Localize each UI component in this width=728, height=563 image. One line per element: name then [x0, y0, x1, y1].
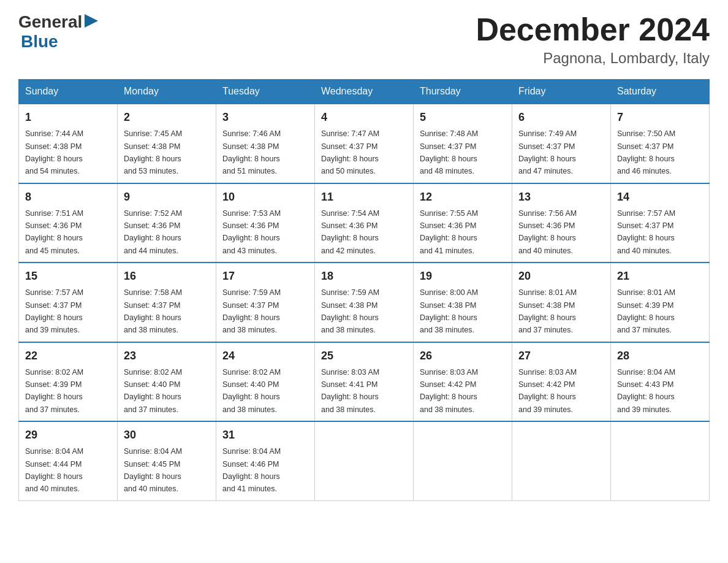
table-row: 12 Sunrise: 7:55 AM Sunset: 4:36 PM Dayl…: [414, 183, 512, 263]
day-number: 29: [25, 427, 111, 443]
table-row: 31 Sunrise: 8:04 AM Sunset: 4:46 PM Dayl…: [216, 421, 315, 500]
table-row: 8 Sunrise: 7:51 AM Sunset: 4:36 PM Dayli…: [19, 183, 118, 263]
day-info: Sunrise: 7:53 AM Sunset: 4:36 PM Dayligh…: [222, 209, 281, 255]
day-number: 16: [124, 268, 210, 285]
table-row: 19 Sunrise: 8:00 AM Sunset: 4:38 PM Dayl…: [414, 262, 512, 342]
day-number: 4: [321, 109, 407, 126]
col-wednesday: Wednesday: [315, 80, 414, 104]
day-number: 13: [518, 189, 604, 205]
table-row: 15 Sunrise: 7:57 AM Sunset: 4:37 PM Dayl…: [19, 262, 118, 342]
col-thursday: Thursday: [414, 80, 512, 104]
day-info: Sunrise: 7:55 AM Sunset: 4:36 PM Dayligh…: [420, 209, 478, 255]
day-info: Sunrise: 8:03 AM Sunset: 4:42 PM Dayligh…: [518, 368, 577, 414]
day-number: 31: [222, 427, 308, 443]
day-number: 2: [124, 109, 210, 126]
table-row: 13 Sunrise: 7:56 AM Sunset: 4:36 PM Dayl…: [512, 183, 611, 263]
day-number: 24: [222, 348, 308, 364]
day-number: 15: [25, 268, 111, 285]
calendar-table: Sunday Monday Tuesday Wednesday Thursday…: [18, 79, 710, 501]
col-monday: Monday: [118, 80, 216, 104]
table-row: 7 Sunrise: 7:50 AM Sunset: 4:37 PM Dayli…: [611, 104, 710, 183]
table-row: 11 Sunrise: 7:54 AM Sunset: 4:36 PM Dayl…: [315, 183, 414, 263]
day-info: Sunrise: 7:58 AM Sunset: 4:37 PM Dayligh…: [124, 288, 182, 334]
table-row: 23 Sunrise: 8:02 AM Sunset: 4:40 PM Dayl…: [118, 342, 216, 422]
day-number: 8: [25, 189, 111, 205]
table-row: 4 Sunrise: 7:47 AM Sunset: 4:37 PM Dayli…: [315, 104, 414, 183]
title-section: December 2024 Pagnona, Lombardy, Italy: [476, 12, 710, 67]
day-info: Sunrise: 8:04 AM Sunset: 4:46 PM Dayligh…: [222, 447, 281, 493]
calendar-week-row: 8 Sunrise: 7:51 AM Sunset: 4:36 PM Dayli…: [19, 183, 710, 263]
day-number: 10: [222, 189, 308, 205]
table-row: 16 Sunrise: 7:58 AM Sunset: 4:37 PM Dayl…: [118, 262, 216, 342]
day-info: Sunrise: 7:57 AM Sunset: 4:37 PM Dayligh…: [25, 288, 83, 334]
day-number: 22: [25, 348, 111, 364]
table-row: [414, 421, 512, 500]
day-number: 26: [420, 348, 506, 364]
day-info: Sunrise: 7:46 AM Sunset: 4:38 PM Dayligh…: [222, 129, 281, 175]
table-row: 17 Sunrise: 7:59 AM Sunset: 4:37 PM Dayl…: [216, 262, 315, 342]
day-info: Sunrise: 8:02 AM Sunset: 4:39 PM Dayligh…: [25, 368, 83, 414]
calendar-week-row: 1 Sunrise: 7:44 AM Sunset: 4:38 PM Dayli…: [19, 104, 710, 183]
day-number: 11: [321, 189, 407, 205]
day-info: Sunrise: 7:45 AM Sunset: 4:38 PM Dayligh…: [124, 129, 182, 175]
day-info: Sunrise: 8:02 AM Sunset: 4:40 PM Dayligh…: [222, 368, 281, 414]
col-friday: Friday: [512, 80, 611, 104]
table-row: 21 Sunrise: 8:01 AM Sunset: 4:39 PM Dayl…: [611, 262, 710, 342]
day-number: 27: [518, 348, 604, 364]
day-number: 21: [617, 268, 703, 285]
table-row: [315, 421, 414, 500]
day-info: Sunrise: 8:02 AM Sunset: 4:40 PM Dayligh…: [124, 368, 182, 414]
day-number: 28: [617, 348, 703, 364]
calendar-week-row: 22 Sunrise: 8:02 AM Sunset: 4:39 PM Dayl…: [19, 342, 710, 422]
calendar-header-row: Sunday Monday Tuesday Wednesday Thursday…: [19, 80, 710, 104]
logo-blue-text: Blue: [21, 32, 58, 51]
table-row: 10 Sunrise: 7:53 AM Sunset: 4:36 PM Dayl…: [216, 183, 315, 263]
table-row: 25 Sunrise: 8:03 AM Sunset: 4:41 PM Dayl…: [315, 342, 414, 422]
day-info: Sunrise: 7:54 AM Sunset: 4:36 PM Dayligh…: [321, 209, 379, 255]
table-row: 5 Sunrise: 7:48 AM Sunset: 4:37 PM Dayli…: [414, 104, 512, 183]
col-sunday: Sunday: [19, 80, 118, 104]
day-info: Sunrise: 7:59 AM Sunset: 4:38 PM Dayligh…: [321, 288, 379, 334]
day-number: 12: [420, 189, 506, 205]
col-saturday: Saturday: [611, 80, 710, 104]
table-row: 14 Sunrise: 7:57 AM Sunset: 4:37 PM Dayl…: [611, 183, 710, 263]
day-number: 25: [321, 348, 407, 364]
logo-arrow-icon: [85, 14, 98, 28]
table-row: 26 Sunrise: 8:03 AM Sunset: 4:42 PM Dayl…: [414, 342, 512, 422]
day-number: 17: [222, 268, 308, 285]
day-number: 18: [321, 268, 407, 285]
table-row: 27 Sunrise: 8:03 AM Sunset: 4:42 PM Dayl…: [512, 342, 611, 422]
table-row: 28 Sunrise: 8:04 AM Sunset: 4:43 PM Dayl…: [611, 342, 710, 422]
page-header: General Blue December 2024 Pagnona, Lomb…: [18, 12, 710, 67]
day-info: Sunrise: 8:00 AM Sunset: 4:38 PM Dayligh…: [420, 288, 478, 334]
location-title: Pagnona, Lombardy, Italy: [476, 50, 710, 67]
day-info: Sunrise: 7:44 AM Sunset: 4:38 PM Dayligh…: [25, 129, 83, 175]
col-tuesday: Tuesday: [216, 80, 315, 104]
day-number: 6: [518, 109, 604, 126]
day-number: 1: [25, 109, 111, 126]
table-row: 22 Sunrise: 8:02 AM Sunset: 4:39 PM Dayl…: [19, 342, 118, 422]
table-row: 24 Sunrise: 8:02 AM Sunset: 4:40 PM Dayl…: [216, 342, 315, 422]
table-row: 18 Sunrise: 7:59 AM Sunset: 4:38 PM Dayl…: [315, 262, 414, 342]
day-info: Sunrise: 8:03 AM Sunset: 4:41 PM Dayligh…: [321, 368, 379, 414]
table-row: 9 Sunrise: 7:52 AM Sunset: 4:36 PM Dayli…: [118, 183, 216, 263]
day-info: Sunrise: 8:04 AM Sunset: 4:44 PM Dayligh…: [25, 447, 83, 493]
table-row: 2 Sunrise: 7:45 AM Sunset: 4:38 PM Dayli…: [118, 104, 216, 183]
day-info: Sunrise: 8:04 AM Sunset: 4:43 PM Dayligh…: [617, 368, 675, 414]
day-info: Sunrise: 7:49 AM Sunset: 4:37 PM Dayligh…: [518, 129, 577, 175]
day-number: 19: [420, 268, 506, 285]
day-number: 14: [617, 189, 703, 205]
table-row: [512, 421, 611, 500]
day-info: Sunrise: 8:04 AM Sunset: 4:45 PM Dayligh…: [124, 447, 182, 493]
day-info: Sunrise: 7:48 AM Sunset: 4:37 PM Dayligh…: [420, 129, 478, 175]
day-info: Sunrise: 7:50 AM Sunset: 4:37 PM Dayligh…: [617, 129, 675, 175]
table-row: 20 Sunrise: 8:01 AM Sunset: 4:38 PM Dayl…: [512, 262, 611, 342]
svg-marker-0: [85, 14, 98, 28]
day-info: Sunrise: 7:59 AM Sunset: 4:37 PM Dayligh…: [222, 288, 281, 334]
day-info: Sunrise: 7:51 AM Sunset: 4:36 PM Dayligh…: [25, 209, 83, 255]
table-row: 1 Sunrise: 7:44 AM Sunset: 4:38 PM Dayli…: [19, 104, 118, 183]
day-info: Sunrise: 7:57 AM Sunset: 4:37 PM Dayligh…: [617, 209, 675, 255]
table-row: 3 Sunrise: 7:46 AM Sunset: 4:38 PM Dayli…: [216, 104, 315, 183]
day-number: 5: [420, 109, 506, 126]
table-row: 29 Sunrise: 8:04 AM Sunset: 4:44 PM Dayl…: [19, 421, 118, 500]
